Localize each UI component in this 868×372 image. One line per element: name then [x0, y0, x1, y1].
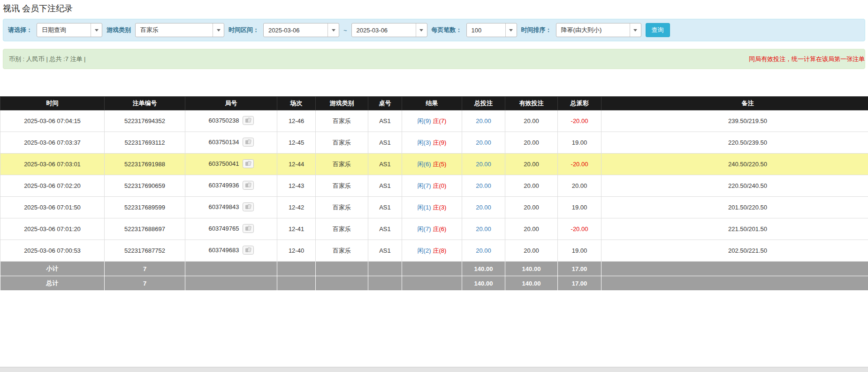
- cell-bet-id: 522317691988: [105, 154, 185, 175]
- per-page-select[interactable]: 100: [466, 23, 517, 37]
- cell-session: 12-43: [277, 175, 316, 197]
- result-banker: 庄(8): [433, 247, 447, 254]
- subtotal-total-bet: 140.00: [462, 262, 505, 276]
- cell-total-bet: 20.00: [462, 218, 505, 240]
- total-bet-link[interactable]: 20.00: [476, 204, 491, 211]
- cell-valid-bet: 20.00: [505, 132, 558, 154]
- cell-session: 12-44: [277, 154, 316, 175]
- per-page-label: 每页笔数：: [432, 26, 462, 34]
- round-id: 603750238: [208, 117, 239, 124]
- table-row: 2025-03-06 07:03:37 522317693112 6037501…: [0, 132, 868, 154]
- cell-game-type: 百家乐: [316, 240, 368, 262]
- query-type-select[interactable]: 日期查询: [37, 23, 102, 37]
- col-header-table-no: 桌号: [368, 97, 402, 110]
- total-bet-link[interactable]: 20.00: [476, 139, 491, 146]
- cell-total-bet: 20.00: [462, 132, 505, 154]
- cell-total-bet: 20.00: [462, 197, 505, 218]
- records-table-wrap: 时间 注单编号 局号 场次 游戏类别 桌号 结果 总投注 有效投注 总派彩 备注…: [0, 96, 868, 291]
- cell-time: 2025-03-06 07:01:50: [0, 197, 105, 218]
- cell-table-no: AS1: [368, 110, 402, 132]
- date-to-select[interactable]: 2025-03-06: [351, 23, 427, 37]
- round-replay-icon[interactable]: [243, 138, 254, 148]
- cell-valid-bet: 20.00: [505, 218, 558, 240]
- cell-round: 603749765: [185, 218, 277, 240]
- table-row: 2025-03-06 07:01:20 522317688697 6037497…: [0, 218, 868, 240]
- chevron-down-icon[interactable]: [416, 23, 427, 37]
- round-replay-icon[interactable]: [243, 159, 254, 170]
- round-replay-icon[interactable]: [243, 116, 254, 126]
- subtotal-payout: 17.00: [558, 262, 602, 276]
- date-from-value: 2025-03-06: [264, 27, 327, 34]
- subtotal-label: 小计: [0, 262, 105, 276]
- records-table: 时间 注单编号 局号 场次 游戏类别 桌号 结果 总投注 有效投注 总派彩 备注…: [0, 96, 868, 291]
- select-label: 请选择：: [8, 26, 32, 34]
- query-type-value: 日期查询: [37, 26, 91, 34]
- total-bet-link[interactable]: 20.00: [476, 182, 491, 189]
- col-header-session: 场次: [277, 97, 316, 110]
- cell-note: 202.50/221.50: [602, 240, 868, 262]
- table-row: 2025-03-06 07:00:53 522317687752 6037496…: [0, 240, 868, 262]
- cell-game-type: 百家乐: [316, 218, 368, 240]
- chevron-down-icon[interactable]: [91, 23, 102, 37]
- cell-session: 12-46: [277, 110, 316, 132]
- result-banker: 庄(7): [433, 117, 447, 124]
- records-body: 2025-03-06 07:04:15 522317694352 6037502…: [0, 110, 868, 262]
- result-player: 闲(3): [418, 139, 431, 146]
- cell-game-type: 百家乐: [316, 110, 368, 132]
- round-replay-icon[interactable]: [243, 202, 254, 213]
- cell-note: 201.50/220.50: [602, 197, 868, 218]
- game-type-select[interactable]: 百家乐: [135, 23, 224, 37]
- total-bet-link[interactable]: 20.00: [476, 247, 491, 254]
- round-replay-icon[interactable]: [243, 181, 254, 191]
- cell-payout: -20.00: [558, 110, 602, 132]
- game-type-label: 游戏类别: [107, 26, 131, 34]
- total-bet-link[interactable]: 20.00: [476, 161, 491, 168]
- currency-summary-text: 币别 : 人民币 | 总共 :7 注单 |: [9, 55, 86, 63]
- cell-game-type: 百家乐: [316, 154, 368, 175]
- date-from-select[interactable]: 2025-03-06: [263, 23, 339, 37]
- table-row: 2025-03-06 07:03:01 522317691988 6037500…: [0, 154, 868, 175]
- search-button[interactable]: 查询: [646, 23, 670, 37]
- cell-payout: -20.00: [558, 154, 602, 175]
- cell-table-no: AS1: [368, 175, 402, 197]
- cell-game-type: 百家乐: [316, 132, 368, 154]
- result-banker: 庄(9): [433, 139, 447, 146]
- col-header-payout: 总派彩: [558, 97, 602, 110]
- sort-select[interactable]: 降幂(由大到小): [556, 23, 641, 37]
- total-bet-link[interactable]: 20.00: [476, 117, 491, 124]
- chevron-down-icon[interactable]: [630, 23, 641, 37]
- cell-table-no: AS1: [368, 240, 402, 262]
- cell-valid-bet: 20.00: [505, 110, 558, 132]
- result-player: 闲(1): [418, 204, 431, 211]
- cell-valid-bet: 20.00: [505, 197, 558, 218]
- round-replay-icon[interactable]: [243, 246, 254, 256]
- cell-total-bet: 20.00: [462, 240, 505, 262]
- table-row: 2025-03-06 07:02:20 522317690659 6037499…: [0, 175, 868, 197]
- cell-game-type: 百家乐: [316, 175, 368, 197]
- col-header-bet-id: 注单编号: [105, 97, 185, 110]
- date-to-value: 2025-03-06: [352, 27, 416, 34]
- chevron-down-icon[interactable]: [327, 23, 339, 37]
- round-replay-icon[interactable]: [243, 224, 254, 234]
- round-id: 603750134: [208, 139, 239, 146]
- result-player: 闲(7): [418, 182, 431, 189]
- col-header-note: 备注: [602, 97, 868, 110]
- cell-payout: 20.00: [558, 175, 602, 197]
- cell-note: 220.50/239.50: [602, 132, 868, 154]
- sort-label: 时间排序：: [521, 26, 552, 34]
- table-row: 2025-03-06 07:04:15 522317694352 6037502…: [0, 110, 868, 132]
- result-player: 闲(7): [418, 225, 431, 232]
- cell-bet-id: 522317690659: [105, 175, 185, 197]
- total-bet-link[interactable]: 20.00: [476, 225, 491, 232]
- chevron-down-icon[interactable]: [213, 23, 224, 37]
- result-player: 闲(2): [418, 247, 431, 254]
- total-payout: 17.00: [558, 276, 602, 291]
- subtotal-row: 小计 7 140.00 140.00 17.00: [0, 262, 868, 276]
- col-header-total-bet: 总投注: [462, 97, 505, 110]
- cell-result: 闲(7)庄(6): [402, 218, 462, 240]
- chevron-down-icon[interactable]: [505, 23, 517, 37]
- cell-payout: 19.00: [558, 132, 602, 154]
- valid-bet-notice-text: 同局有效投注，统一计算在该局第一张注单: [749, 55, 865, 63]
- cell-payout: 19.00: [558, 240, 602, 262]
- col-header-round: 局号: [185, 97, 277, 110]
